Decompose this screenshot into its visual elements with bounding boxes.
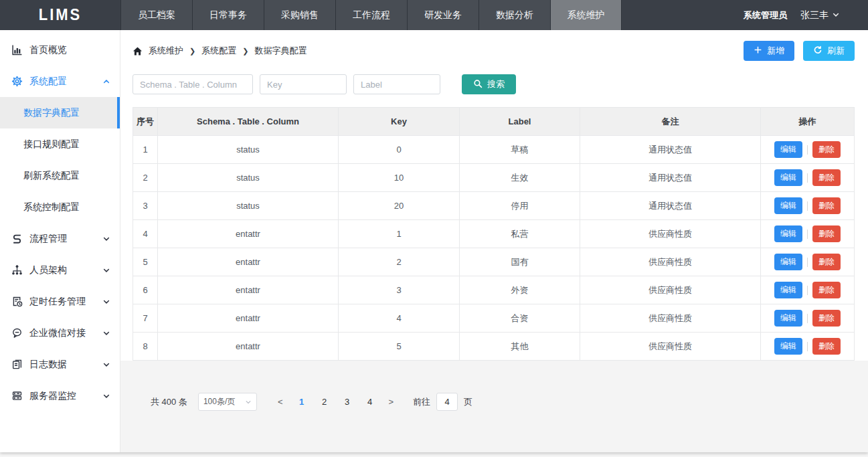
refresh-icon <box>813 45 822 57</box>
sidebar-subitem-2-1[interactable]: 数据字典配置 <box>0 97 120 128</box>
delete-button[interactable]: 删除 <box>812 310 841 327</box>
sidebar-subitem-2-4[interactable]: 系统控制配置 <box>0 191 120 223</box>
edit-button[interactable]: 编辑 <box>774 310 802 327</box>
row-schema: entattr <box>158 220 339 248</box>
chevron-down-icon <box>832 10 840 21</box>
breadcrumb-item-2[interactable]: 系统配置 <box>201 45 236 57</box>
chat-bubble-icon <box>11 327 23 339</box>
breadcrumb: 系统维护❯系统配置❯数据字典配置 <box>133 45 307 57</box>
action-divider <box>807 201 808 211</box>
delete-button[interactable]: 删除 <box>812 254 841 270</box>
delete-button[interactable]: 删除 <box>812 141 841 158</box>
delete-button[interactable]: 删除 <box>812 169 841 186</box>
table-row-6: 6entattr3外资供应商性质编辑删除 <box>133 276 855 304</box>
row-remark: 通用状态值 <box>580 136 761 164</box>
column-header-1: 序号 <box>133 108 158 136</box>
breadcrumb-item-1[interactable]: 系统维护 <box>149 45 183 57</box>
refresh-button[interactable]: 刷新 <box>803 41 855 61</box>
chart-bar-icon <box>11 44 23 56</box>
delete-button[interactable]: 删除 <box>812 338 841 355</box>
table-row-4: 4entattr1私营供应商性质编辑删除 <box>133 220 855 248</box>
user-menu[interactable]: 张三丰 <box>800 9 840 21</box>
delete-button[interactable]: 删除 <box>812 225 841 242</box>
breadcrumb-row: 系统维护❯系统配置❯数据字典配置 新增 刷新 <box>133 40 855 62</box>
page-size-select[interactable]: 100条/页 <box>198 393 257 411</box>
add-button[interactable]: 新增 <box>744 41 794 61</box>
app-logo: LIMS <box>0 0 120 31</box>
refresh-button-label: 刷新 <box>827 45 845 57</box>
topbar-tab-7[interactable]: 系统维护 <box>550 0 622 30</box>
table-row-1: 1status0草稿通用状态值编辑删除 <box>133 136 855 164</box>
delete-button[interactable]: 删除 <box>812 282 841 298</box>
app-window: LIMS 员工档案日常事务采购销售工作流程研发业务数据分析系统维护 系统管理员 … <box>0 0 868 452</box>
row-label: 合资 <box>460 304 580 333</box>
schema-filter-input[interactable] <box>133 74 253 94</box>
goto-page-input[interactable] <box>436 393 458 411</box>
row-schema: status <box>158 164 339 192</box>
action-divider <box>807 286 808 295</box>
breadcrumb-item-3[interactable]: 数据字典配置 <box>254 45 307 57</box>
sidebar-item-label: 人员架构 <box>29 264 67 276</box>
row-index: 3 <box>133 192 158 220</box>
search-button[interactable]: 搜索 <box>462 74 516 94</box>
goto-label: 前往 <box>413 396 430 408</box>
page-number-2[interactable]: 2 <box>321 397 329 407</box>
prev-page-button[interactable]: < <box>278 397 283 407</box>
sidebar-item-7[interactable]: 日志数据 <box>0 349 120 380</box>
topbar-tab-2[interactable]: 日常事务 <box>192 0 264 30</box>
row-key: 2 <box>339 248 460 276</box>
chevron-down-icon <box>102 361 110 369</box>
topbar-tab-1[interactable]: 员工档案 <box>120 0 192 30</box>
edit-button[interactable]: 编辑 <box>774 338 802 355</box>
row-actions: 编辑删除 <box>761 333 855 361</box>
edit-button[interactable]: 编辑 <box>774 197 802 214</box>
row-key: 4 <box>339 304 460 333</box>
sidebar-item-6[interactable]: 企业微信对接 <box>0 317 120 349</box>
row-schema: status <box>158 136 339 164</box>
row-label: 外资 <box>460 276 580 304</box>
label-filter-input[interactable] <box>353 74 440 94</box>
edit-button[interactable]: 编辑 <box>774 254 802 270</box>
row-label: 草稿 <box>460 136 580 164</box>
topbar-tab-4[interactable]: 工作流程 <box>335 0 407 30</box>
topbar-tab-5[interactable]: 研发业务 <box>407 0 479 30</box>
chevron-down-icon <box>102 235 110 243</box>
sidebar-item-5[interactable]: 定时任务管理 <box>0 286 120 317</box>
sidebar: 首页概览系统配置数据字典配置接口规则配置刷新系统配置系统控制配置流程管理人员架构… <box>0 30 120 452</box>
sidebar-item-label: 定时任务管理 <box>29 296 86 308</box>
sidebar-item-4[interactable]: 人员架构 <box>0 254 120 286</box>
key-filter-input[interactable] <box>260 74 347 94</box>
sidebar-item-3[interactable]: 流程管理 <box>0 223 120 254</box>
row-remark: 供应商性质 <box>580 248 761 276</box>
topbar: LIMS 员工档案日常事务采购销售工作流程研发业务数据分析系统维护 系统管理员 … <box>0 0 868 30</box>
page-number-3[interactable]: 3 <box>343 397 351 407</box>
gear-icon <box>11 76 23 88</box>
row-actions: 编辑删除 <box>761 248 855 276</box>
row-actions: 编辑删除 <box>761 276 855 304</box>
sidebar-subitem-2-2[interactable]: 接口规则配置 <box>0 128 120 160</box>
topbar-tab-6[interactable]: 数据分析 <box>479 0 550 30</box>
table-row-5: 5entattr2国有供应商性质编辑删除 <box>133 248 855 276</box>
row-index: 5 <box>133 248 158 276</box>
row-schema: entattr <box>158 304 339 333</box>
topbar-tab-3[interactable]: 采购销售 <box>264 0 335 30</box>
sidebar-subitem-2-3[interactable]: 刷新系统配置 <box>0 160 120 191</box>
breadcrumb-separator: ❯ <box>242 47 248 56</box>
edit-button[interactable]: 编辑 <box>774 141 802 158</box>
sidebar-item-2[interactable]: 系统配置 <box>0 66 120 97</box>
edit-button[interactable]: 编辑 <box>774 169 802 186</box>
edit-button[interactable]: 编辑 <box>774 225 802 242</box>
sidebar-item-8[interactable]: 服务器监控 <box>0 380 120 412</box>
page-number-4[interactable]: 4 <box>366 397 374 407</box>
sidebar-item-1[interactable]: 首页概览 <box>0 34 120 66</box>
row-actions: 编辑删除 <box>761 164 855 192</box>
next-page-button[interactable]: > <box>389 397 394 407</box>
page-numbers: 1234 <box>290 397 381 407</box>
page-number-1[interactable]: 1 <box>298 397 306 407</box>
action-divider <box>807 342 808 351</box>
exchange-icon <box>11 233 23 245</box>
delete-button[interactable]: 删除 <box>812 197 841 214</box>
row-index: 7 <box>133 304 158 333</box>
edit-button[interactable]: 编辑 <box>774 282 802 298</box>
table-row-8: 8entattr5其他供应商性质编辑删除 <box>133 333 855 361</box>
